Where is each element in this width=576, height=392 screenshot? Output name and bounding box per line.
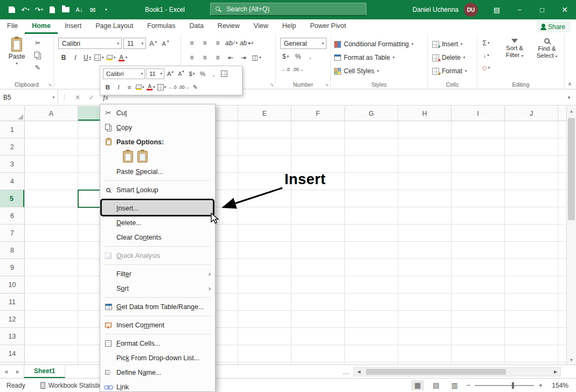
row-header-7[interactable]: 7	[0, 225, 24, 242]
merge-center-icon[interactable]: ◫▾	[251, 52, 262, 63]
format-painter-icon[interactable]: ✎	[32, 62, 43, 73]
mini-font-size-combo[interactable]: 11▾	[146, 68, 164, 79]
scroll-right-icon[interactable]: ▶	[551, 369, 560, 374]
menu-item-delete[interactable]: Delete...	[100, 215, 215, 230]
number-format-combo[interactable]: General▾	[280, 38, 327, 49]
comma-style-button[interactable]: ,	[305, 51, 316, 62]
mini-font-name-combo[interactable]: Calibri▾	[103, 68, 145, 79]
ribbon-display-options-icon[interactable]: ▤	[485, 0, 508, 19]
scroll-left-icon[interactable]: ◀	[354, 369, 364, 374]
menu-item-define-name[interactable]: Define Name...	[100, 365, 215, 380]
cell-styles-button[interactable]: Cell Styles▾	[334, 65, 379, 77]
column-header-i[interactable]: I	[452, 106, 505, 121]
row-header-9[interactable]: 9	[0, 259, 24, 276]
tab-view[interactable]: View	[247, 19, 275, 34]
name-box[interactable]: B5 ▾	[0, 89, 58, 105]
row-header-14[interactable]: 14	[0, 345, 24, 362]
sheet-bar-ellipsis[interactable]: …	[343, 365, 349, 379]
align-center-icon[interactable]: ≡	[199, 52, 210, 63]
cancel-icon[interactable]: ✕	[71, 94, 85, 101]
bold-button[interactable]: B	[58, 52, 69, 63]
name-box-dropdown-icon[interactable]: ▾	[52, 95, 54, 100]
paste-values-icon[interactable]	[137, 151, 148, 163]
row-header-1[interactable]: 1	[0, 121, 24, 138]
orientation-icon[interactable]: ab∕▾	[225, 38, 238, 48]
increase-decimal-button[interactable]: ←.0	[280, 64, 291, 75]
enter-icon[interactable]: ✓	[85, 94, 99, 101]
search-input[interactable]: Search (Alt+Q)	[210, 3, 366, 16]
tab-insert[interactable]: Insert	[58, 19, 88, 34]
conditional-formatting-button[interactable]: Conditional Formatting▾	[334, 38, 413, 50]
font-name-combo[interactable]: Calibri▾	[58, 38, 122, 49]
increase-indent-icon[interactable]: ⇥	[238, 52, 249, 63]
collapse-ribbon-icon[interactable]: ∧	[568, 81, 572, 87]
zoom-in-icon[interactable]: +	[538, 381, 543, 389]
tab-formulas[interactable]: Formulas	[140, 19, 182, 34]
find-select-button[interactable]: Find & Select ▾	[531, 37, 563, 78]
zoom-out-icon[interactable]: −	[467, 381, 471, 389]
row-header-12[interactable]: 12	[0, 311, 24, 328]
shrink-font-button[interactable]: A▾	[160, 38, 171, 49]
horizontal-scroll-thumb[interactable]	[366, 369, 506, 375]
mini-shrink-font-button[interactable]: A▾	[176, 68, 186, 79]
tab-home[interactable]: Home	[25, 19, 58, 34]
mini-align-icon[interactable]: ≡	[124, 82, 134, 93]
menu-item-cut[interactable]: ✂Cut	[100, 106, 215, 120]
zoom-track[interactable]	[475, 385, 534, 386]
new-file-icon[interactable]	[46, 3, 59, 17]
column-header-e[interactable]: E	[238, 106, 292, 121]
cut-icon[interactable]: ✂	[32, 38, 43, 48]
minimize-icon[interactable]: −	[508, 0, 531, 19]
menu-item-filter[interactable]: Filter›	[100, 267, 215, 281]
undo-icon[interactable]: ↶▾	[19, 3, 32, 17]
font-size-combo[interactable]: 11▾	[123, 38, 146, 49]
menu-item-copy[interactable]: Copy	[100, 120, 215, 135]
horizontal-scrollbar[interactable]: ◀ ▶	[353, 367, 561, 376]
column-header-g[interactable]: G	[345, 106, 398, 121]
expand-formula-bar-icon[interactable]: ▾	[562, 95, 576, 100]
copy-icon[interactable]	[32, 50, 43, 61]
clipboard-dialog-launcher-icon[interactable]: ⇘	[48, 82, 52, 87]
save-icon[interactable]	[5, 3, 18, 17]
tab-help[interactable]: Help	[275, 19, 303, 34]
grow-font-button[interactable]: A▴	[148, 38, 158, 49]
zoom-slider[interactable]: − +	[467, 381, 543, 389]
menu-item-clear-contents[interactable]: Clear Contents	[100, 230, 215, 244]
share-button[interactable]: Share	[536, 21, 571, 32]
maximize-icon[interactable]: □	[531, 0, 553, 19]
tab-review[interactable]: Review	[211, 19, 247, 34]
sort-az-icon[interactable]: A↓	[73, 3, 86, 17]
mini-borders-button[interactable]: ▾	[157, 82, 166, 93]
font-color-button[interactable]: A▾	[117, 52, 128, 63]
italic-button[interactable]: I	[70, 52, 81, 63]
prev-sheet-icon[interactable]: ◀	[0, 365, 12, 378]
autosum-button[interactable]: Σ▾	[481, 38, 491, 48]
open-folder-icon[interactable]	[59, 3, 72, 17]
paste-button[interactable]: Paste ▾	[4, 37, 29, 76]
zoom-handle[interactable]	[512, 382, 514, 389]
menu-item-format-cells[interactable]: Format Cells...	[100, 336, 215, 351]
mini-bold-button[interactable]: B	[103, 82, 113, 93]
sheet-tab-sheet1[interactable]: Sheet1	[24, 365, 65, 378]
tab-power-pivot[interactable]: Power Pivot	[303, 19, 353, 34]
formula-bar-handle[interactable]: ⋮	[58, 94, 71, 101]
menu-item-pick-from-drop-down-list[interactable]: Pick From Drop-down List...	[100, 351, 215, 365]
format-as-table-button[interactable]: Format as Table▾	[334, 52, 394, 64]
normal-view-icon[interactable]: ▦	[411, 380, 424, 390]
alignment-dialog-launcher-icon[interactable]: ⇘	[270, 82, 274, 87]
insert-cells-button[interactable]: + Insert▾	[432, 38, 463, 50]
column-header-a[interactable]: A	[25, 106, 78, 121]
decrease-indent-icon[interactable]: ⇤	[225, 52, 236, 63]
sort-filter-button[interactable]: Sort & Filter ▾	[499, 37, 530, 78]
menu-item-sort[interactable]: Sort›	[100, 281, 215, 296]
mini-percent-button[interactable]: %	[198, 68, 207, 79]
align-left-icon[interactable]: ≡	[186, 52, 197, 63]
row-header-11[interactable]: 11	[0, 293, 24, 311]
mini-decrease-decimal-button[interactable]: .00→	[178, 82, 189, 93]
page-layout-view-icon[interactable]: ▤	[429, 380, 442, 390]
select-all-corner[interactable]	[0, 106, 25, 121]
decrease-decimal-button[interactable]: .00→	[293, 64, 303, 75]
menu-item-paste-options[interactable]: Paste Options:	[100, 135, 215, 149]
paste-keep-source-formatting-icon[interactable]	[123, 151, 133, 163]
avatar[interactable]: DU	[464, 3, 478, 17]
